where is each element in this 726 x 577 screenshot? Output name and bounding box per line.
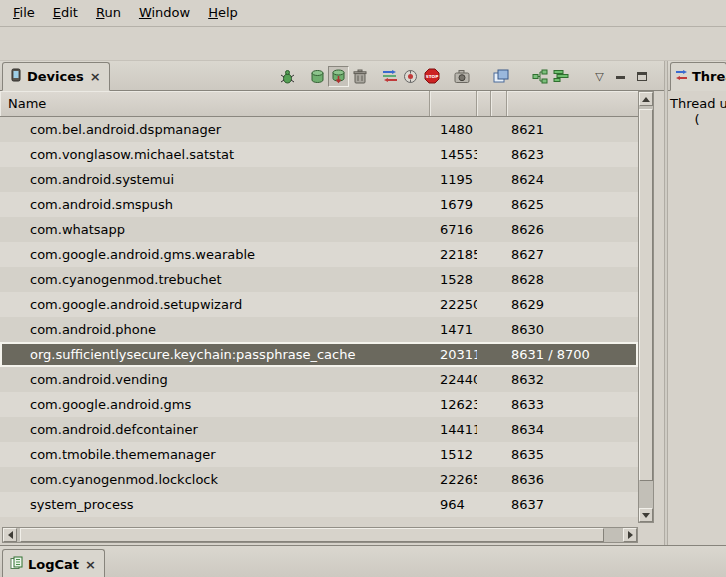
- table-row[interactable]: com.google.android.gms.wearable 22185 86…: [0, 242, 638, 267]
- vertical-scroll-thumb[interactable]: [639, 109, 653, 481]
- empty-cell: [477, 467, 491, 492]
- empty-cell: [491, 342, 507, 367]
- screen-capture-icon[interactable]: [451, 66, 472, 87]
- tab-devices-label: Devices: [27, 69, 84, 84]
- table-row[interactable]: com.android.systemui 1195 8624: [0, 167, 638, 192]
- devices-tab-bar: Devices ×: [0, 61, 664, 91]
- start-method-profiling-icon[interactable]: [400, 66, 421, 87]
- table-row[interactable]: com.cyanogenmod.trebuchet 1528 8628: [0, 267, 638, 292]
- scroll-right-icon[interactable]: [623, 528, 637, 542]
- cause-gc-icon[interactable]: [349, 66, 370, 87]
- table-row[interactable]: org.sufficientlysecure.keychain:passphra…: [0, 342, 638, 367]
- empty-cell: [477, 367, 491, 392]
- empty-cell: [477, 317, 491, 342]
- bottom-tab-bar: LogCat ×: [0, 545, 726, 577]
- process-table: com.bel.android.dspmanager 1480 8621 com…: [0, 117, 638, 517]
- stop-label: STOP: [425, 74, 438, 79]
- empty-cell: [491, 267, 507, 292]
- process-pid: 12623: [430, 392, 477, 417]
- column-header-port[interactable]: [507, 91, 638, 116]
- close-icon[interactable]: ×: [89, 69, 102, 84]
- column-header-empty[interactable]: [477, 91, 491, 116]
- empty-cell: [491, 417, 507, 442]
- process-name: system_process: [0, 492, 430, 517]
- empty-cell: [477, 392, 491, 417]
- process-port: 8625: [507, 192, 638, 217]
- dump-hprof-icon[interactable]: [328, 66, 349, 87]
- column-header-name[interactable]: Name: [0, 91, 430, 116]
- empty-cell: [477, 167, 491, 192]
- process-pid: 22265: [430, 467, 477, 492]
- process-name: com.google.android.gms.wearable: [0, 242, 430, 267]
- threads-tab-bar: Threads: [668, 61, 726, 91]
- tab-devices[interactable]: Devices ×: [2, 62, 110, 91]
- threads-message-line2: (: [668, 112, 726, 128]
- process-pid: 1480: [430, 117, 477, 142]
- tab-threads[interactable]: Threads: [670, 62, 726, 91]
- process-name: com.android.defcontainer: [0, 417, 430, 442]
- close-icon[interactable]: ×: [84, 557, 97, 572]
- table-row[interactable]: com.android.phone 1471 8630: [0, 317, 638, 342]
- menu-edit[interactable]: Edit: [44, 0, 87, 26]
- vertical-scrollbar[interactable]: [638, 91, 654, 523]
- dump-view-hierarchy-icon[interactable]: [490, 66, 511, 87]
- threads-view: Threads Thread up (: [668, 61, 726, 545]
- maximize-icon[interactable]: [631, 66, 652, 87]
- table-row[interactable]: com.bel.android.dspmanager 1480 8621: [0, 117, 638, 142]
- process-name: com.tmobile.thememanager: [0, 442, 430, 467]
- process-pid: 1195: [430, 167, 477, 192]
- column-header-empty[interactable]: [491, 91, 507, 116]
- empty-cell: [491, 367, 507, 392]
- table-row[interactable]: com.google.android.setupwizard 22250 862…: [0, 292, 638, 317]
- process-pid: 6716: [430, 217, 477, 242]
- menu-window[interactable]: Window: [130, 0, 199, 26]
- process-port: 8626: [507, 217, 638, 242]
- empty-cell: [491, 317, 507, 342]
- hierarchy-view-icon[interactable]: [529, 66, 550, 87]
- stop-process-icon[interactable]: STOP: [421, 66, 442, 87]
- scroll-down-icon[interactable]: [639, 508, 653, 522]
- menu-bar: File Edit Run Window Help: [0, 0, 726, 27]
- process-port: 8630: [507, 317, 638, 342]
- process-port: 8628: [507, 267, 638, 292]
- systrace-icon[interactable]: [550, 66, 571, 87]
- devices-view: Devices ×: [0, 61, 664, 545]
- menu-run[interactable]: Run: [87, 0, 130, 26]
- process-name: com.vonglasow.michael.satstat: [0, 142, 430, 167]
- debug-process-icon[interactable]: [277, 66, 298, 87]
- table-row[interactable]: com.android.smspush 1679 8625: [0, 192, 638, 217]
- tab-logcat[interactable]: LogCat ×: [2, 549, 105, 577]
- menu-file[interactable]: File: [4, 0, 44, 26]
- process-port: 8623: [507, 142, 638, 167]
- scroll-left-icon[interactable]: [3, 528, 17, 542]
- process-name: com.cyanogenmod.trebuchet: [0, 267, 430, 292]
- update-threads-icon[interactable]: [379, 66, 400, 87]
- table-row[interactable]: com.android.defcontainer 14411 8634: [0, 417, 638, 442]
- horizontal-scroll-thumb[interactable]: [20, 528, 604, 542]
- table-row[interactable]: com.android.vending 22440 8632: [0, 367, 638, 392]
- update-heap-icon[interactable]: [307, 66, 328, 87]
- empty-cell: [477, 242, 491, 267]
- process-port: 8629: [507, 292, 638, 317]
- menu-help[interactable]: Help: [199, 0, 247, 26]
- table-row[interactable]: com.cyanogenmod.lockclock 22265 8636: [0, 467, 638, 492]
- process-port: 8637: [507, 492, 638, 517]
- horizontal-scrollbar[interactable]: [2, 527, 638, 543]
- table-row[interactable]: com.whatsapp 6716 8626: [0, 217, 638, 242]
- process-pid: 22440: [430, 367, 477, 392]
- process-name: com.google.android.gms: [0, 392, 430, 417]
- table-row[interactable]: com.vonglasow.michael.satstat 14553 8623: [0, 142, 638, 167]
- empty-cell: [491, 192, 507, 217]
- table-row[interactable]: com.tmobile.thememanager 1512 8635: [0, 442, 638, 467]
- table-row[interactable]: com.google.android.gms 12623 8633: [0, 392, 638, 417]
- table-row[interactable]: system_process 964 8637: [0, 492, 638, 517]
- column-header-pid[interactable]: [430, 91, 477, 116]
- view-menu-icon[interactable]: ▽: [589, 66, 610, 87]
- process-port: 8635: [507, 442, 638, 467]
- scroll-up-icon[interactable]: [639, 92, 653, 106]
- minimize-icon[interactable]: [610, 66, 631, 87]
- devices-toolbar: STOP ▽: [277, 64, 652, 88]
- empty-cell: [491, 242, 507, 267]
- empty-cell: [477, 417, 491, 442]
- empty-cell: [477, 117, 491, 142]
